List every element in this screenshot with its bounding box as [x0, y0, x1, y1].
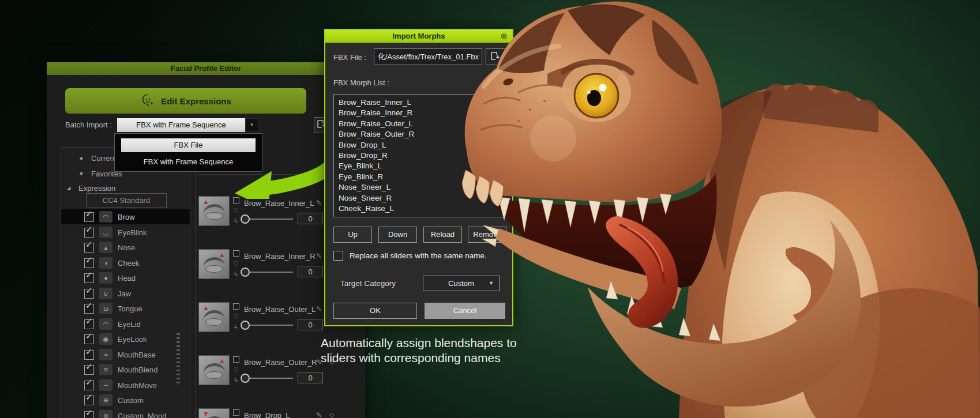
tree-row-mouthmove[interactable]: ✓ ∽ MouthMove: [61, 378, 190, 393]
slider-name: Brow_Drop_L: [244, 411, 290, 418]
tree-row-custom-mood[interactable]: ✓ ⊕ Custom_Mood: [61, 408, 190, 418]
expanded-triangle-icon: ◢: [65, 185, 73, 191]
checkbox-checked[interactable]: ✓: [84, 228, 94, 238]
tree-row-tongue[interactable]: ✓ ω Tongue: [61, 301, 190, 316]
custom-plus-icon: ⊕: [99, 394, 112, 406]
checkbox-checked[interactable]: ✓: [84, 212, 94, 222]
tree-label: Nose: [118, 243, 135, 252]
gear-icon[interactable]: ◇: [329, 411, 334, 418]
slider-value[interactable]: 0: [298, 372, 323, 383]
favorite-heart-icon[interactable]: ♡: [233, 314, 239, 320]
checkbox-checked[interactable]: ✓: [84, 334, 94, 344]
tree-row-custom[interactable]: ✓ ⊕ Custom: [61, 393, 190, 408]
slider-name: Brow_Raise_Inner_L: [244, 199, 314, 208]
tree-label: EyeBlink: [118, 228, 147, 237]
expression-thumbnail[interactable]: ▲: [198, 355, 230, 385]
trex-character-image: [449, 0, 980, 418]
checkbox-checked[interactable]: ✓: [84, 396, 94, 405]
slider-value[interactable]: 0: [298, 213, 323, 224]
up-button[interactable]: Up: [333, 227, 372, 243]
fbx-file-label: FBX File :: [333, 53, 366, 62]
slider-name: Brow_Raise_Inner_R: [244, 252, 316, 261]
lightning-icon[interactable]: ϟ: [234, 271, 238, 277]
mouthmove-icon: ∽: [99, 379, 112, 391]
target-category-label: Target Category: [340, 279, 396, 288]
checkbox-checked[interactable]: ✓: [84, 381, 94, 390]
checkbox-unchecked[interactable]: [233, 303, 239, 310]
favorite-heart-icon[interactable]: ♡: [233, 367, 239, 373]
slider-knob[interactable]: [241, 268, 250, 277]
replace-sliders-checkbox[interactable]: [333, 251, 343, 261]
tree-scrollbar[interactable]: [177, 333, 180, 386]
checkbox-checked[interactable]: ✓: [84, 304, 94, 314]
tree-row-eyelid[interactable]: ✓ ◠ EyeLid: [61, 317, 190, 332]
checkbox-unchecked[interactable]: [233, 356, 239, 363]
raise-marker-icon: ▲: [219, 251, 226, 258]
ok-button[interactable]: OK: [333, 303, 417, 319]
lightning-icon[interactable]: ϟ: [234, 218, 238, 224]
tree-label: Jaw: [118, 289, 131, 298]
tree-row-head[interactable]: ✓ ● Head: [61, 270, 190, 285]
slider-knob[interactable]: [241, 374, 250, 383]
tree-label: Cheek: [118, 259, 140, 268]
expression-thumbnail[interactable]: ▼: [198, 408, 230, 418]
edit-pencil-icon[interactable]: ✎: [316, 199, 322, 207]
favorite-heart-icon[interactable]: ♡: [233, 208, 239, 214]
checkbox-checked[interactable]: ✓: [84, 319, 94, 329]
nose-icon: ▴: [99, 242, 112, 253]
mouthbase-icon: ≈: [99, 349, 112, 360]
checkbox-unchecked[interactable]: [233, 250, 239, 257]
tree-row-jaw[interactable]: ✓ ∪ Jaw: [61, 286, 190, 301]
checkbox-checked[interactable]: ✓: [84, 365, 94, 375]
lightning-icon[interactable]: ϟ: [234, 324, 238, 330]
checkbox-checked[interactable]: ✓: [84, 258, 94, 268]
tree-row-eyeblink[interactable]: ✓ ◡ EyeBlink: [61, 225, 190, 240]
slider-track[interactable]: [249, 219, 293, 220]
cc4-standard-box[interactable]: CC4 Standard: [86, 193, 167, 208]
check-icon: ✓: [85, 331, 93, 341]
down-button[interactable]: Down: [378, 227, 417, 243]
slider-value[interactable]: 0: [298, 266, 323, 277]
tree-row-cheek[interactable]: ✓ ◑ Cheek: [61, 255, 190, 270]
check-icon: ✓: [85, 377, 93, 387]
checkbox-checked[interactable]: ✓: [84, 273, 94, 283]
slider-track[interactable]: [249, 378, 293, 379]
favorite-heart-icon[interactable]: ♡: [233, 261, 239, 267]
lightning-icon[interactable]: ϟ: [234, 377, 238, 383]
tree-row-eyelook[interactable]: ✓ ◉ EyeLook: [61, 332, 190, 347]
edit-expressions-label: Edit Expressions: [161, 96, 231, 106]
head-icon: ●: [99, 272, 112, 284]
slider-track[interactable]: [249, 272, 293, 273]
check-icon: ✓: [85, 239, 93, 250]
tree-row-mouthbase[interactable]: ✓ ≈ MouthBase: [61, 347, 190, 362]
drop-marker-icon: ▼: [202, 411, 209, 417]
tree-label: MouthMove: [118, 381, 157, 390]
slider-row: ▼ Brow_Drop_L ✎ ◇: [198, 408, 365, 418]
checkbox-checked[interactable]: ✓: [84, 350, 94, 360]
expression-thumbnail[interactable]: ▲: [198, 302, 230, 332]
edit-pencil-icon[interactable]: ✎: [316, 252, 322, 260]
edit-pencil-icon[interactable]: ✎: [316, 411, 322, 418]
edit-pencil-icon[interactable]: ✎: [316, 305, 322, 313]
slider-knob[interactable]: [241, 321, 250, 330]
raise-marker-icon: ▲: [202, 304, 209, 311]
tongue-icon: ω: [99, 303, 112, 314]
cheek-icon: ◑: [99, 257, 112, 269]
checkbox-checked[interactable]: ✓: [84, 243, 94, 253]
checkbox-checked[interactable]: ✓: [84, 411, 94, 418]
slider-track[interactable]: [249, 325, 293, 326]
tree-row-nose[interactable]: ✓ ▴ Nose: [61, 240, 190, 255]
checkbox-unchecked[interactable]: [233, 409, 239, 416]
checkbox-checked[interactable]: ✓: [84, 289, 94, 299]
slider-knob[interactable]: [241, 214, 250, 224]
check-icon: ✓: [85, 316, 93, 326]
tree-label: Head: [118, 274, 136, 283]
tree-row-brow[interactable]: ✓ ◠ Brow: [61, 209, 190, 224]
custom-mood-plus-icon: ⊕: [99, 410, 112, 418]
tree-row-mouthblend[interactable]: ✓ ≋ MouthBlend: [61, 362, 190, 377]
expression-thumbnail[interactable]: ▲: [198, 196, 230, 226]
expression-thumbnail[interactable]: ▲: [198, 249, 230, 279]
tree-label: MouthBase: [118, 351, 156, 359]
window-title: Facial Profile Editor: [47, 62, 365, 75]
slider-value[interactable]: 0: [298, 319, 323, 330]
